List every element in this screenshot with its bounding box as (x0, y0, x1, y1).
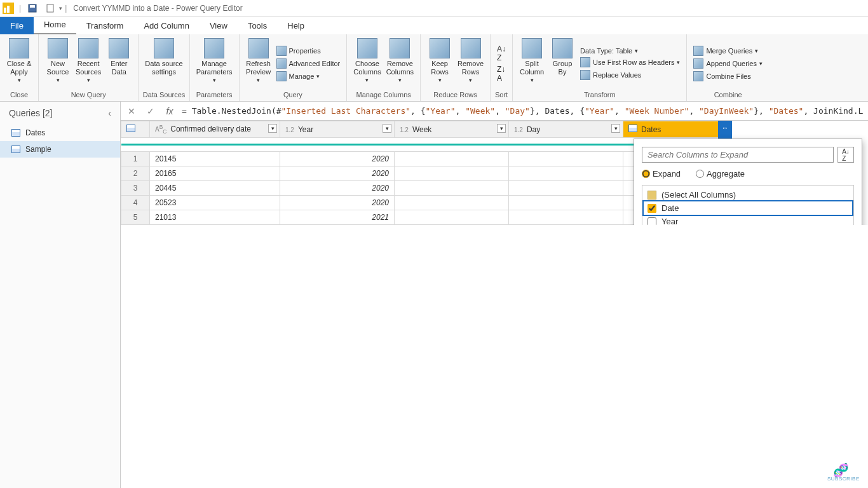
group-label-transform: Transform (517, 90, 682, 100)
query-item-sample[interactable]: Sample (0, 141, 120, 158)
group-label-parameters: Parameters (194, 90, 235, 100)
titlebar: | ▾ | Convert YYMMD into a Date - Power … (0, 0, 868, 17)
save-icon[interactable] (27, 3, 37, 13)
group-label-manage-columns: Manage Columns (351, 90, 416, 100)
properties-button[interactable]: Properties (274, 45, 343, 57)
svg-rect-2 (47, 4, 53, 12)
query-item-label: Sample (25, 145, 51, 154)
filter-icon[interactable]: ▾ (497, 124, 506, 133)
group-label-data-sources: Data Sources (142, 90, 185, 100)
collapse-pane-icon[interactable]: ‹ (108, 108, 111, 118)
commit-formula-icon[interactable]: ✓ (144, 106, 158, 116)
svg-rect-1 (30, 5, 35, 8)
group-label-close: Close (4, 90, 34, 100)
choose-columns-button[interactable]: Choose Columns▾ (351, 37, 383, 90)
sort-columns-button[interactable]: A↓Z (837, 147, 854, 163)
recent-sources-button[interactable]: Recent Sources▾ (73, 37, 104, 90)
column-header-year[interactable]: 1.2Year▾ (280, 121, 395, 138)
advanced-editor-button[interactable]: Advanced Editor (274, 58, 343, 69)
keep-rows-button[interactable]: Keep Rows▾ (424, 37, 455, 90)
data-grid[interactable]: ABCConfirmed delivery date▾ 1.2Year▾ 1.2… (121, 121, 868, 225)
expand-column-popup: A↓Z Expand Aggregate (Select All Columns… (634, 139, 862, 225)
column-option-date[interactable]: Date (644, 201, 852, 215)
tab-help[interactable]: Help (277, 17, 315, 34)
column-header-week[interactable]: 1.2Week▾ (395, 121, 509, 138)
column-header-dates[interactable]: Dates↔ (623, 121, 731, 138)
table-icon (11, 146, 20, 153)
select-all-option[interactable]: (Select All Columns) (644, 188, 852, 201)
tristate-icon (648, 191, 656, 200)
query-item-dates[interactable]: Dates (0, 125, 120, 141)
query-item-label: Dates (25, 128, 45, 137)
remove-columns-button[interactable]: Remove Columns▾ (384, 37, 416, 90)
separator-icon: | (65, 4, 67, 13)
app-icon (3, 3, 14, 14)
grid-corner[interactable] (121, 121, 150, 138)
table-icon (11, 129, 20, 137)
column-header-day[interactable]: 1.2Day▾ (509, 121, 623, 138)
combine-files-button[interactable]: Combine Files (691, 71, 765, 82)
replace-values-button[interactable]: Replace Values (578, 69, 682, 81)
group-label-reduce-rows: Reduce Rows (424, 90, 486, 100)
qat-dropdown-icon[interactable]: ▾ (59, 5, 62, 11)
first-row-headers-button[interactable]: Use First Row as Headers ▾ (578, 57, 682, 68)
queries-pane-title: Queries [2] (9, 108, 52, 118)
enter-data-button[interactable]: Enter Data (104, 37, 134, 90)
document-icon[interactable] (45, 3, 55, 13)
window-title: Convert YYMMD into a Date - Power Query … (73, 4, 243, 13)
column-option-year[interactable]: Year (644, 215, 852, 225)
fx-icon[interactable]: fx (163, 106, 177, 116)
separator-icon: | (19, 4, 21, 13)
split-column-button[interactable]: Split Column▾ (517, 37, 547, 90)
data-source-settings-button[interactable]: Data source settings (142, 37, 185, 90)
filter-icon[interactable]: ▾ (611, 124, 620, 133)
group-label-new-query: New Query (43, 90, 134, 100)
append-queries-button[interactable]: Append Queries ▾ (691, 58, 765, 69)
expand-radio[interactable]: Expand (642, 169, 681, 179)
ribbon: Close & Apply▾ Close New Source▾ Recent … (0, 34, 868, 102)
tab-tools[interactable]: Tools (238, 17, 277, 34)
search-columns-input[interactable] (642, 147, 834, 163)
tab-file[interactable]: File (0, 17, 34, 34)
ribbon-tabs: File Home Transform Add Column View Tool… (0, 17, 868, 34)
group-by-button[interactable]: Group By (547, 37, 578, 90)
tab-add-column[interactable]: Add Column (133, 17, 200, 34)
sort-desc-button[interactable]: Z↓A (494, 64, 508, 83)
group-label-combine: Combine (691, 90, 765, 100)
remove-rows-button[interactable]: Remove Rows▾ (455, 37, 486, 90)
subscribe-watermark: 🧬 SUBSCRIBE (827, 464, 855, 482)
manage-button[interactable]: Manage ▾ (274, 71, 343, 82)
new-source-button[interactable]: New Source▾ (43, 37, 73, 90)
filter-icon[interactable]: ▾ (268, 124, 277, 133)
cancel-formula-icon[interactable]: ✕ (125, 106, 139, 116)
merge-queries-button[interactable]: Merge Queries ▾ (691, 45, 765, 57)
tab-transform[interactable]: Transform (76, 17, 134, 34)
dna-icon: 🧬 (827, 464, 855, 476)
manage-parameters-button[interactable]: Manage Parameters▾ (194, 37, 235, 90)
group-label-query: Query (243, 90, 343, 100)
queries-pane: Queries [2] ‹ Dates Sample (0, 102, 121, 488)
expand-column-icon[interactable]: ↔ (719, 121, 731, 137)
aggregate-radio[interactable]: Aggregate (696, 169, 745, 179)
tab-home[interactable]: Home (34, 16, 76, 34)
data-type-button[interactable]: Data Type: Table ▾ (578, 46, 682, 55)
close-apply-button[interactable]: Close & Apply▾ (4, 37, 34, 90)
group-label-sort: Sort (494, 90, 508, 100)
formula-text[interactable]: = Table.NestedJoin(#"Inserted Last Chara… (182, 106, 864, 116)
formula-bar: ✕ ✓ fx = Table.NestedJoin(#"Inserted Las… (121, 102, 868, 121)
sort-asc-button[interactable]: A↓Z (494, 44, 508, 63)
tab-view[interactable]: View (200, 17, 238, 34)
filter-icon[interactable]: ▾ (383, 124, 391, 133)
column-list: (Select All Columns) Date Year DayInWeek… (642, 185, 854, 225)
refresh-preview-button[interactable]: Refresh Preview▾ (243, 37, 274, 90)
column-header-cdd[interactable]: ABCConfirmed delivery date▾ (150, 121, 280, 138)
